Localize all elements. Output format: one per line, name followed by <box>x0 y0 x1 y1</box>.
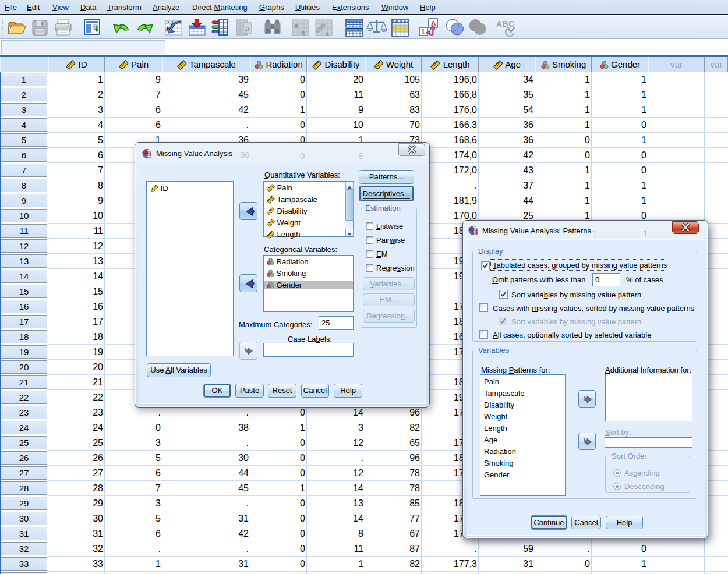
svg-text:1: 1 <box>421 28 425 36</box>
svg-text:ABC: ABC <box>496 19 515 29</box>
svg-text:μ: μ <box>245 24 249 33</box>
